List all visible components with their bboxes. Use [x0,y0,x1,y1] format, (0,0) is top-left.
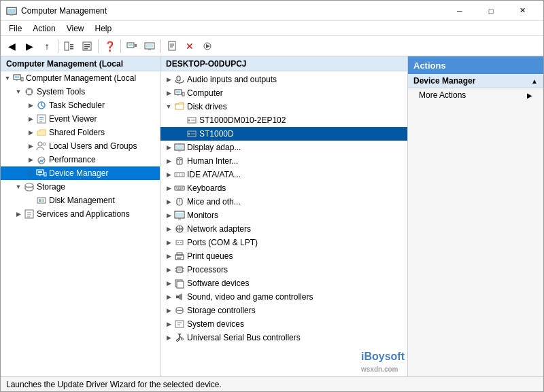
expand-disk-drives[interactable]: ▼ [163,100,174,113]
tree-services[interactable]: ▶ Services and Applications [1,207,160,221]
back-button[interactable]: ◀ [3,38,20,54]
monitor-button[interactable] [141,38,158,54]
expand-storage[interactable]: ▼ [13,180,24,194]
dev-mice[interactable]: ▶ Mice and oth... [160,195,407,209]
dev-software[interactable]: ▶ Software devices [160,277,407,290]
dev-keyboards[interactable]: ▶ Keyboards [160,181,407,195]
svg-point-41 [43,143,46,145]
right-panel: Actions Device Manager ▲ More Actions ▶ [407,56,543,376]
close-button[interactable]: ✕ [507,1,538,21]
properties-button[interactable] [79,38,95,54]
expand-computer[interactable]: ▶ [163,86,174,100]
expand-network[interactable]: ▶ [163,222,174,236]
dev-ide[interactable]: ▶ IDE ATA/ATA... [160,168,407,181]
tree-system-tools[interactable]: ▼ System Tools [1,85,160,99]
svg-point-69 [188,133,190,135]
toolbar-sep1 [58,39,58,53]
expand-mice[interactable]: ▶ [163,195,174,209]
dev-computer[interactable]: ▶ Computer [160,86,407,100]
svg-point-66 [188,120,190,122]
expand-display[interactable]: ▶ [163,141,174,154]
expand-performance[interactable]: ▶ [25,153,36,166]
expand-ide[interactable]: ▶ [163,168,174,181]
dev-print[interactable]: ▶ Print queues [160,249,407,263]
maximize-button[interactable]: □ [475,1,507,21]
svg-rect-17 [148,49,151,50]
expand-system-tools[interactable]: ▼ [13,85,24,99]
expand-cm[interactable]: ▼ [2,71,13,85]
expand-event[interactable]: ▶ [25,112,36,126]
dev-ports[interactable]: ▶ Ports (COM & LPT) [160,236,407,249]
device-manager-icon [36,168,47,179]
dev-sound[interactable]: ▶ Sound, video and game controllers [160,290,407,304]
tree-task-scheduler[interactable]: ▶ Task Scheduler [1,99,160,112]
expand-monitors[interactable]: ▶ [163,209,174,222]
expand-usb[interactable]: ▶ [163,331,174,344]
svg-rect-85 [180,188,182,189]
tree-root-cm[interactable]: ▼ Computer Management (Local [1,71,160,85]
show-hide-tree-button[interactable] [61,38,78,54]
expand-services[interactable]: ▶ [13,207,24,221]
svg-rect-45 [39,175,41,176]
help-button[interactable]: ❓ [101,38,118,54]
actions-section[interactable]: Device Manager ▲ [408,74,543,88]
expand-software[interactable]: ▶ [163,277,174,290]
expand-users[interactable]: ▶ [25,139,36,153]
connect-button[interactable] [124,38,140,54]
menu-file[interactable]: File [3,22,27,35]
expand-print[interactable]: ▶ [163,249,174,263]
disk-management-label: Disk Management [49,196,115,205]
expand-device-manager[interactable]: ▷ [25,166,36,180]
expand-sys-dev[interactable]: ▶ [163,317,174,331]
menu-help[interactable]: Help [90,22,118,35]
tree-shared-folders[interactable]: ▶ Shared Folders [1,126,160,139]
doc-button[interactable] [164,38,180,54]
dev-hid[interactable]: ▶ Human Inter... [160,154,407,168]
svg-rect-4 [70,44,73,46]
svg-point-97 [180,242,182,243]
expand-processors[interactable]: ▶ [163,263,174,277]
expand-shared[interactable]: ▶ [25,126,36,139]
svg-rect-86 [182,188,183,189]
expand-ports[interactable]: ▶ [163,236,174,249]
computer-icon [174,88,185,99]
tree-performance[interactable]: ▶ Performance [1,153,160,166]
dev-network[interactable]: ▶ Network adapters [160,222,407,236]
record-button[interactable] [199,38,216,54]
dev-audio[interactable]: ▶ Audio inputs and outputs [160,73,407,86]
minimize-button[interactable]: ─ [444,1,475,21]
more-actions-item[interactable]: More Actions ▶ [408,88,543,102]
expand-storage-ctrl[interactable]: ▶ [163,304,174,317]
tree-device-manager[interactable]: ▷ Device Manager [1,166,160,180]
dev-usb[interactable]: ▶ Universal Serial Bus controllers [160,331,407,344]
dev-storage-ctrl[interactable]: ▶ Storage controllers [160,304,407,317]
tree-local-users[interactable]: ▶ Local Users and Groups [1,139,160,153]
svg-rect-62 [177,94,179,96]
expand-keyboards[interactable]: ▶ [163,181,174,195]
menu-action[interactable]: Action [27,22,61,35]
svg-rect-84 [178,188,180,189]
dev-disk-drives[interactable]: ▼ Disk drives [160,100,407,113]
menu-view[interactable]: View [61,22,90,35]
dev-processors[interactable]: ▶ Processors [160,263,407,277]
tree-event-viewer[interactable]: ▶ Event Viewer [1,112,160,126]
expand-hid[interactable]: ▶ [163,154,174,168]
tree-disk-management[interactable]: Disk Management [1,194,160,207]
performance-label: Performance [49,155,96,164]
dev-hdd2[interactable]: ST1000D [160,127,407,141]
delete-button[interactable]: ✕ [182,38,198,54]
up-button[interactable]: ↑ [39,38,55,54]
processors-label: Processors [187,265,228,274]
forward-button[interactable]: ▶ [21,38,37,54]
dev-display[interactable]: ▶ Display adap... [160,141,407,154]
expand-task[interactable]: ▶ [25,99,36,112]
expand-sound[interactable]: ▶ [163,290,174,304]
tree-storage[interactable]: ▼ Storage [1,180,160,194]
network-label: Network adapters [187,224,251,234]
svg-rect-16 [146,44,153,48]
dev-system-devices[interactable]: ▶ System devices [160,317,407,331]
svg-rect-99 [177,257,182,257]
expand-audio[interactable]: ▶ [163,73,174,86]
dev-hdd1[interactable]: ST1000DM010-2EP102 [160,113,407,127]
dev-monitors[interactable]: ▶ Monitors [160,209,407,222]
